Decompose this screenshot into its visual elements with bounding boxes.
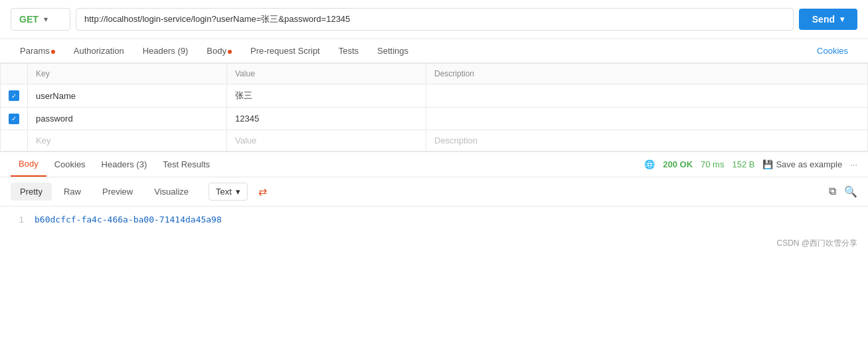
- col-header-value: Value: [227, 64, 426, 84]
- save-example-button[interactable]: 💾 Save as example: [762, 159, 842, 169]
- send-button[interactable]: Send ▾: [799, 9, 857, 30]
- tab-body[interactable]: Body: [197, 39, 241, 62]
- response-tab-cookies[interactable]: Cookies: [46, 153, 94, 176]
- body-tab-raw[interactable]: Raw: [54, 183, 90, 201]
- params-section: Key Value Description ✓ userName 张三: [0, 63, 868, 151]
- param-value: 12345: [235, 114, 259, 124]
- param-value: 张三: [235, 90, 252, 100]
- body-tab-visualize[interactable]: Visualize: [145, 183, 198, 201]
- param-key-cell[interactable]: userName: [28, 84, 227, 108]
- checkbox-checked-icon: ✓: [9, 114, 19, 124]
- send-chevron-icon: ▾: [840, 15, 844, 24]
- param-value-cell[interactable]: 12345: [227, 108, 426, 130]
- status-code: 200 OK: [663, 159, 693, 169]
- more-options-icon[interactable]: ···: [850, 159, 857, 169]
- chevron-down-icon: ▾: [44, 15, 48, 24]
- desc-placeholder: Description: [434, 135, 477, 145]
- body-dot: [228, 50, 232, 54]
- response-time: 70 ms: [701, 159, 724, 169]
- param-key-cell[interactable]: password: [28, 108, 227, 130]
- response-tabs-bar: Body Cookies Headers (3) Test Results 🌐 …: [0, 152, 868, 177]
- tab-settings[interactable]: Settings: [368, 39, 418, 62]
- method-selector[interactable]: GET ▾: [11, 8, 70, 31]
- row-checkbox[interactable]: ✓: [1, 84, 28, 108]
- value-placeholder: Value: [235, 135, 256, 145]
- url-input[interactable]: [84, 15, 785, 25]
- watermark: CSDN @西门吹雪分享: [0, 232, 868, 254]
- save-icon: 💾: [762, 159, 773, 169]
- line-number: 1: [11, 215, 24, 224]
- url-input-wrapper: [76, 8, 794, 31]
- method-label: GET: [19, 14, 39, 25]
- word-wrap-icon[interactable]: ⇄: [258, 185, 267, 198]
- empty-key-cell[interactable]: Key: [28, 130, 227, 151]
- response-tab-body[interactable]: Body: [11, 152, 46, 177]
- send-label: Send: [812, 14, 835, 25]
- tab-pre-request[interactable]: Pre-request Script: [241, 39, 329, 62]
- copy-icon[interactable]: ⧉: [829, 185, 836, 198]
- empty-value-cell[interactable]: Value: [227, 130, 426, 151]
- body-tab-pretty[interactable]: Pretty: [11, 183, 52, 201]
- param-desc-cell[interactable]: [426, 108, 868, 130]
- checkbox-checked-icon: ✓: [9, 90, 19, 101]
- param-value-cell[interactable]: 张三: [227, 84, 426, 108]
- format-label: Text: [216, 187, 232, 197]
- code-line: 1 b60dcfcf-fa4c-466a-ba00-71414da45a98: [11, 215, 857, 224]
- params-dot: [51, 50, 55, 54]
- body-format-bar: Pretty Raw Preview Visualize Text ▾ ⇄ ⧉ …: [0, 177, 868, 207]
- row-checkbox[interactable]: ✓: [1, 108, 28, 130]
- params-table: Key Value Description ✓ userName 张三: [0, 63, 868, 151]
- tab-params[interactable]: Params: [11, 39, 64, 62]
- table-row: ✓ userName 张三: [1, 84, 868, 108]
- response-value: b60dcfcf-fa4c-466a-ba00-71414da45a98: [35, 215, 222, 224]
- tab-authorization[interactable]: Authorization: [64, 39, 133, 62]
- response-section: Body Cookies Headers (3) Test Results 🌐 …: [0, 151, 868, 232]
- col-header-description: Description: [426, 64, 868, 84]
- response-size: 152 B: [732, 159, 754, 169]
- tab-headers[interactable]: Headers (9): [133, 39, 198, 62]
- col-header-check: [1, 64, 28, 84]
- code-area: 1 b60dcfcf-fa4c-466a-ba00-71414da45a98: [0, 207, 868, 232]
- search-icon[interactable]: 🔍: [844, 185, 857, 198]
- param-key: userName: [36, 91, 76, 101]
- url-bar: GET ▾ Send ▾: [0, 0, 868, 39]
- response-tab-test-results[interactable]: Test Results: [155, 153, 218, 176]
- empty-desc-cell[interactable]: Description: [426, 130, 868, 151]
- response-meta: 🌐 200 OK 70 ms 152 B 💾 Save as example ·…: [644, 159, 857, 169]
- tab-tests[interactable]: Tests: [329, 39, 368, 62]
- format-selector[interactable]: Text ▾: [209, 183, 248, 201]
- body-action-icons: ⧉ 🔍: [829, 185, 857, 198]
- table-empty-row: Key Value Description: [1, 130, 868, 151]
- body-tab-preview[interactable]: Preview: [93, 183, 142, 201]
- request-tabs-bar: Params Authorization Headers (9) Body Pr…: [0, 39, 868, 63]
- param-desc-cell[interactable]: [426, 84, 868, 108]
- param-key: password: [36, 114, 73, 124]
- globe-icon: 🌐: [644, 159, 655, 169]
- col-header-key: Key: [28, 64, 227, 84]
- tab-cookies[interactable]: Cookies: [808, 39, 857, 62]
- table-row: ✓ password 12345: [1, 108, 868, 130]
- response-tab-headers[interactable]: Headers (3): [94, 153, 155, 176]
- format-chevron-icon: ▾: [236, 187, 240, 197]
- key-placeholder: Key: [36, 135, 50, 145]
